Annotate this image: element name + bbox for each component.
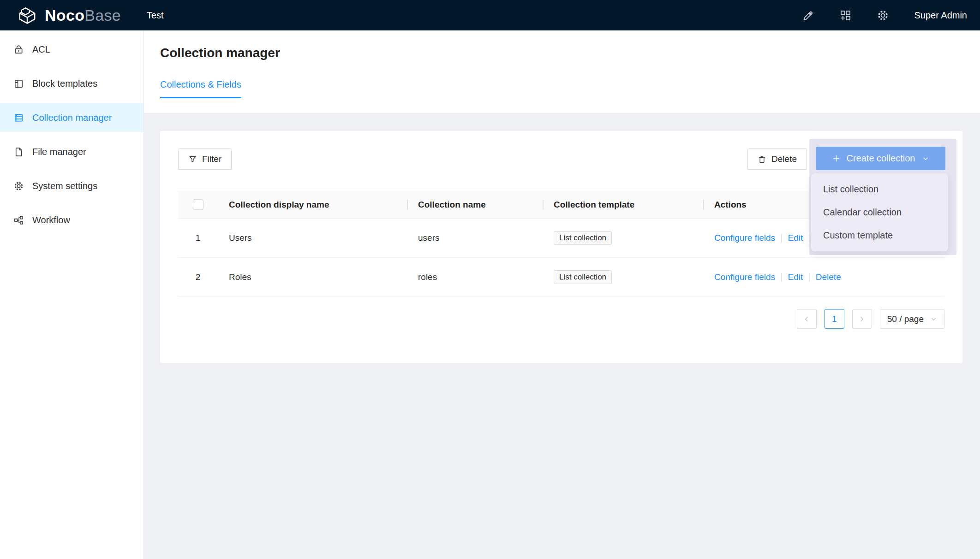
brand[interactable]: NocoBase: [0, 6, 121, 24]
sidebar-item-collection-manager[interactable]: Collection manager: [0, 103, 143, 132]
filter-button[interactable]: Filter: [178, 149, 232, 170]
column-header-display-name: Collection display name: [218, 200, 407, 210]
brand-wordmark: NocoBase: [45, 7, 121, 23]
cell-collection-name: users: [407, 233, 543, 243]
navbar-right: Super Admin: [802, 9, 980, 22]
top-navbar: NocoBase Test: [0, 0, 980, 30]
collections-icon: [13, 113, 24, 123]
settings-gear-icon[interactable]: [877, 9, 889, 22]
add-blocks-icon[interactable]: [839, 9, 852, 22]
row-index: 2: [178, 272, 218, 282]
gear-icon: [13, 181, 24, 191]
cell-display-name: Roles: [218, 272, 407, 282]
sidebar-item-label: Workflow: [32, 215, 70, 226]
menu-item-custom-template[interactable]: Custom template: [811, 224, 948, 247]
chevron-right-icon: [858, 315, 866, 323]
chevron-down-icon: [922, 155, 929, 162]
sidebar-item-label: File manager: [32, 147, 86, 157]
create-collection-overlay: Create collection List collection Calend…: [809, 139, 956, 255]
nav-item-test[interactable]: Test: [147, 10, 164, 21]
page-title: Collection manager: [160, 46, 980, 60]
sidebar-item-label: Block templates: [32, 78, 97, 89]
sidebar-item-block-templates[interactable]: Block templates: [0, 69, 143, 98]
lock-icon: [13, 44, 24, 55]
column-header-name: Collection name: [407, 200, 543, 210]
next-page-button[interactable]: [852, 309, 872, 329]
tabs-bar: Collections & Fields: [160, 79, 980, 98]
filter-icon: [188, 155, 197, 164]
page-size-select[interactable]: 50 / page: [880, 309, 944, 329]
create-collection-label: Create collection: [847, 153, 915, 164]
cell-display-name: Users: [218, 233, 407, 243]
user-menu[interactable]: Super Admin: [914, 10, 967, 21]
filter-button-label: Filter: [202, 154, 221, 164]
row-actions: Configure fields Edit Delete: [714, 272, 841, 282]
page-number-button[interactable]: 1: [825, 309, 844, 329]
delete-button[interactable]: Delete: [747, 149, 807, 170]
sidebar-item-file-manager[interactable]: File manager: [0, 137, 143, 166]
sidebar-item-label: System settings: [32, 181, 97, 191]
nocobase-logo-icon: [17, 6, 38, 24]
trash-icon: [758, 155, 766, 164]
page-header: Collection manager Collections & Fields: [144, 30, 980, 113]
collection-template-tag: List collection: [554, 231, 612, 245]
page-size-value: 50 / page: [887, 314, 924, 324]
action-divider: [781, 234, 782, 243]
edit-link[interactable]: Edit: [788, 272, 803, 282]
cell-collection-name: roles: [407, 272, 543, 282]
menu-item-list-collection[interactable]: List collection: [811, 178, 948, 201]
sidebar: ACL Block templates Collection manager F…: [0, 30, 144, 559]
row-index: 1: [178, 233, 218, 243]
menu-item-calendar-collection[interactable]: Calendar collection: [811, 201, 948, 224]
sidebar-item-workflow[interactable]: Workflow: [0, 206, 143, 234]
create-collection-menu: List collection Calendar collection Cust…: [811, 173, 948, 251]
file-icon: [13, 147, 24, 157]
chevron-down-icon: [930, 315, 937, 322]
sidebar-item-label: Collection manager: [32, 113, 112, 123]
edit-link[interactable]: Edit: [788, 233, 803, 243]
action-divider: [781, 273, 782, 282]
tab-collections-and-fields[interactable]: Collections & Fields: [160, 79, 241, 98]
create-collection-button[interactable]: Create collection: [816, 147, 945, 170]
sidebar-item-label: ACL: [32, 44, 50, 55]
main-content: Collection manager Collections & Fields …: [144, 30, 980, 559]
configure-fields-link[interactable]: Configure fields: [714, 233, 775, 243]
collection-template-tag: List collection: [554, 270, 612, 284]
column-header-template: Collection template: [543, 200, 703, 210]
workflow-icon: [13, 215, 24, 226]
sidebar-item-system-settings[interactable]: System settings: [0, 172, 143, 200]
delete-link[interactable]: Delete: [816, 272, 841, 282]
configure-fields-link[interactable]: Configure fields: [714, 272, 775, 282]
plus-icon: [832, 154, 841, 163]
chevron-left-icon: [803, 315, 810, 323]
action-divider: [809, 273, 810, 282]
table-row: 2 Roles roles List collection Configure …: [178, 258, 944, 297]
layout-icon: [13, 78, 24, 89]
sidebar-item-acl[interactable]: ACL: [0, 35, 143, 64]
pagination: 1 50 / page: [178, 309, 944, 329]
delete-button-label: Delete: [771, 154, 797, 164]
highlighter-icon[interactable]: [802, 9, 814, 22]
select-all-checkbox[interactable]: [193, 199, 203, 210]
prev-page-button[interactable]: [797, 309, 817, 329]
